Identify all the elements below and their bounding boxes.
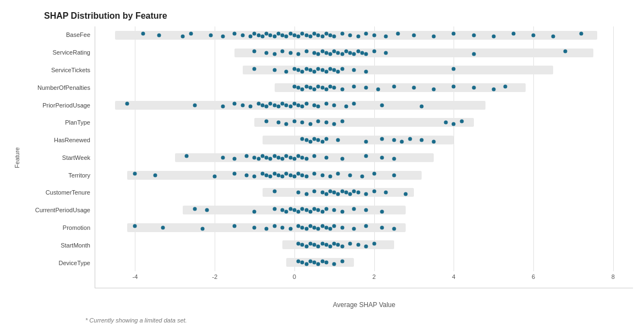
dot bbox=[265, 32, 269, 36]
dot bbox=[301, 32, 304, 36]
dot bbox=[332, 122, 336, 126]
dot bbox=[161, 225, 165, 229]
dot bbox=[356, 191, 360, 195]
dot bbox=[265, 173, 269, 177]
dot bbox=[285, 154, 288, 158]
dot bbox=[316, 262, 320, 266]
dot bbox=[460, 119, 463, 123]
dot bbox=[396, 32, 400, 36]
dot bbox=[452, 67, 456, 71]
y-labels: BaseFeeServiceRatingServiceTicketsNumber… bbox=[23, 26, 95, 288]
dot bbox=[269, 102, 272, 106]
dot bbox=[265, 119, 269, 123]
dot bbox=[324, 261, 328, 265]
chart-container: SHAP Distribution by Feature Feature Bas… bbox=[0, 0, 644, 328]
dot bbox=[384, 51, 388, 55]
row-band-promotion bbox=[95, 219, 633, 236]
dot bbox=[281, 175, 285, 179]
dot bbox=[340, 209, 344, 213]
dot bbox=[376, 87, 380, 91]
dot bbox=[285, 122, 288, 126]
dot bbox=[133, 224, 137, 228]
y-label-startmonth: StartMonth bbox=[23, 243, 95, 249]
dot bbox=[352, 84, 356, 88]
dot bbox=[276, 121, 280, 125]
dot bbox=[313, 69, 316, 73]
rows-container bbox=[95, 26, 633, 271]
dot bbox=[492, 87, 495, 91]
dot bbox=[320, 68, 324, 72]
dot bbox=[285, 69, 288, 73]
dot bbox=[332, 86, 336, 90]
dot bbox=[313, 225, 316, 229]
x-tick: 4 bbox=[452, 271, 455, 280]
dot bbox=[141, 32, 145, 36]
dot bbox=[364, 208, 368, 212]
dot bbox=[340, 189, 344, 193]
dot bbox=[288, 207, 292, 211]
dot bbox=[233, 102, 237, 106]
dot bbox=[301, 207, 304, 211]
dot bbox=[340, 87, 344, 91]
dot bbox=[332, 68, 336, 72]
dot bbox=[209, 33, 212, 37]
dot bbox=[336, 192, 340, 196]
dot bbox=[324, 51, 328, 55]
dot bbox=[292, 102, 296, 106]
dot bbox=[332, 50, 336, 53]
dot bbox=[288, 227, 292, 231]
y-label-priorperiodusage: PriorPeriodUsage bbox=[23, 103, 95, 109]
dot bbox=[352, 102, 356, 106]
dot bbox=[308, 35, 312, 39]
x-axis-ticks: -4-202468 bbox=[95, 271, 633, 288]
dot bbox=[412, 33, 416, 37]
dot bbox=[308, 224, 312, 228]
y-label-servicerating: ServiceRating bbox=[23, 50, 95, 56]
dot bbox=[380, 225, 384, 229]
dot bbox=[272, 207, 276, 211]
dot bbox=[301, 137, 304, 141]
dot bbox=[320, 173, 324, 177]
dot bbox=[324, 243, 328, 247]
dot bbox=[304, 67, 308, 71]
chart-area: Feature BaseFeeServiceRatingServiceTicke… bbox=[11, 26, 633, 288]
dot bbox=[233, 172, 237, 176]
dot bbox=[221, 155, 225, 159]
dot bbox=[304, 262, 308, 266]
dot bbox=[380, 155, 384, 159]
dot bbox=[364, 32, 368, 36]
y-label-plantype: PlanType bbox=[23, 120, 95, 126]
dot bbox=[336, 172, 340, 176]
dot bbox=[205, 208, 209, 212]
dot bbox=[253, 225, 256, 229]
dot bbox=[133, 172, 137, 176]
dot bbox=[352, 189, 356, 193]
x-tick: 0 bbox=[293, 271, 296, 280]
dot bbox=[265, 51, 269, 55]
dot bbox=[292, 33, 296, 37]
dot bbox=[233, 157, 237, 161]
dot bbox=[213, 175, 217, 179]
dot bbox=[364, 139, 368, 143]
dot bbox=[260, 35, 264, 39]
dot bbox=[324, 69, 328, 73]
dot bbox=[308, 241, 312, 245]
dot bbox=[472, 33, 476, 37]
dot bbox=[276, 155, 280, 159]
dot bbox=[313, 51, 316, 55]
dot bbox=[340, 259, 344, 263]
dot bbox=[444, 121, 447, 125]
dot bbox=[324, 102, 328, 106]
dot bbox=[297, 209, 301, 213]
dot bbox=[492, 35, 495, 39]
row-bar bbox=[243, 66, 553, 74]
dot bbox=[364, 86, 368, 90]
dot bbox=[241, 33, 244, 37]
dot bbox=[297, 154, 301, 158]
row-band-devicetype bbox=[95, 254, 633, 271]
dot bbox=[432, 139, 436, 143]
dot bbox=[352, 227, 356, 231]
dot bbox=[328, 84, 332, 88]
dot bbox=[392, 138, 396, 142]
dot bbox=[340, 157, 344, 161]
